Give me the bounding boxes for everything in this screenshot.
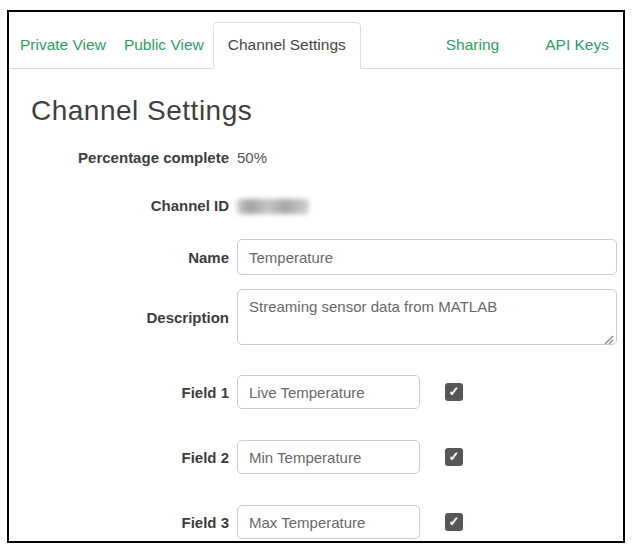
field3-input[interactable] — [237, 505, 420, 539]
field1-row: Field 1 ✓ — [9, 375, 623, 409]
field2-input[interactable] — [237, 440, 420, 474]
tab-private-view[interactable]: Private View — [11, 23, 115, 68]
channel-tabbar: Private View Public View Channel Setting… — [9, 12, 623, 69]
tab-api-keys[interactable]: API Keys — [536, 23, 618, 68]
field3-row: Field 3 ✓ — [9, 505, 623, 539]
screenshot-frame: Private View Public View Channel Setting… — [7, 10, 625, 543]
name-label: Name — [9, 249, 229, 266]
field2-row: Field 2 ✓ — [9, 440, 623, 474]
field1-checkbox[interactable]: ✓ — [445, 383, 463, 401]
description-textarea[interactable]: Streaming sensor data from MATLAB — [237, 289, 617, 345]
channel-id-label: Channel ID — [9, 197, 229, 214]
description-row: Description Streaming sensor data from M… — [9, 289, 623, 345]
field1-input[interactable] — [237, 375, 420, 409]
field1-label: Field 1 — [9, 384, 229, 401]
tab-sharing[interactable]: Sharing — [437, 23, 508, 68]
description-label: Description — [9, 309, 229, 326]
channel-id-value-redacted — [237, 199, 309, 214]
channel-settings-panel: Channel Settings Percentage complete 50%… — [9, 69, 623, 539]
name-input[interactable] — [237, 239, 617, 275]
field2-checkbox[interactable]: ✓ — [445, 448, 463, 466]
field2-label: Field 2 — [9, 449, 229, 466]
name-row: Name — [9, 239, 623, 275]
field3-label: Field 3 — [9, 514, 229, 531]
channel-id-row: Channel ID — [9, 197, 623, 214]
tab-public-view[interactable]: Public View — [115, 23, 213, 68]
percentage-complete-label: Percentage complete — [9, 149, 229, 166]
field3-checkbox[interactable]: ✓ — [445, 513, 463, 531]
percentage-complete-row: Percentage complete 50% — [9, 149, 623, 166]
page-title: Channel Settings — [31, 95, 623, 127]
percentage-complete-value: 50% — [237, 149, 267, 166]
tab-channel-settings[interactable]: Channel Settings — [213, 22, 361, 69]
